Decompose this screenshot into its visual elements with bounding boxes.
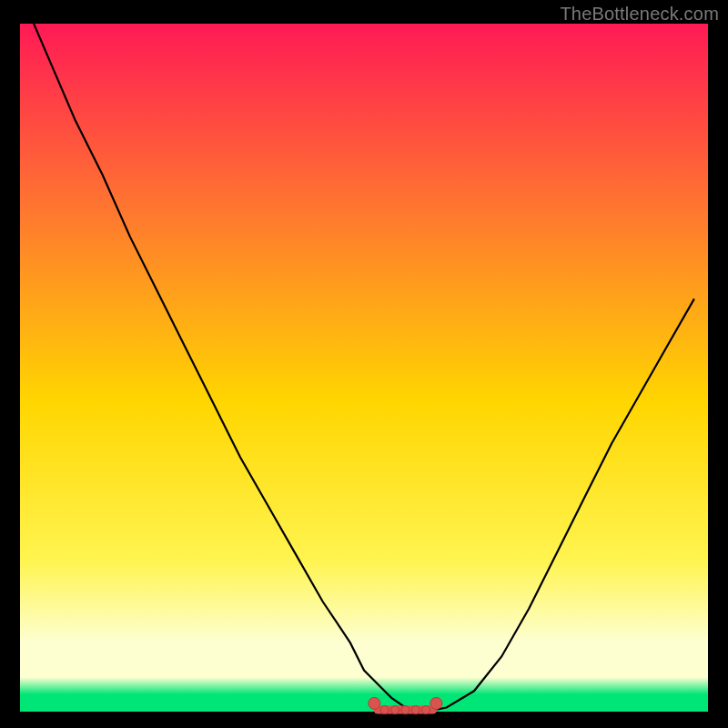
bottleneck-chart <box>0 0 728 728</box>
marker-dot <box>422 706 430 714</box>
marker-dot <box>380 706 389 714</box>
chart-root: TheBottleneck.com <box>0 0 728 728</box>
marker-dot <box>401 706 410 714</box>
marker-dot <box>369 697 380 709</box>
attribution-label: TheBottleneck.com <box>560 4 719 25</box>
heat-gradient-background <box>20 24 708 712</box>
marker-dot <box>391 706 399 714</box>
marker-dot <box>430 697 442 709</box>
marker-dot <box>411 706 420 714</box>
